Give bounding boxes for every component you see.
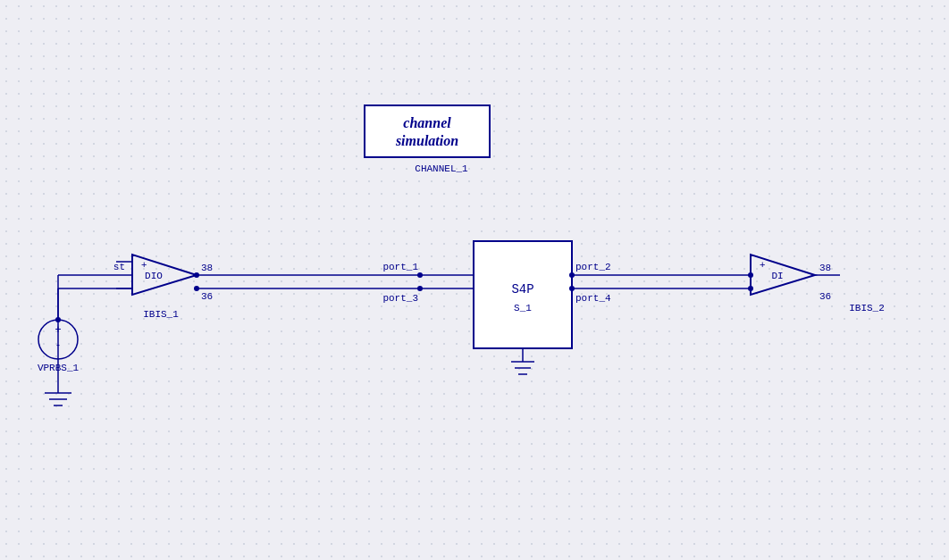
svg-point-39 xyxy=(748,272,753,278)
channel-title-line1: channel xyxy=(403,115,451,130)
svg-point-35 xyxy=(569,272,575,278)
port3-label: port_3 xyxy=(382,293,418,304)
schematic-canvas: channel simulation CHANNEL_1 + - VPRBS_1… xyxy=(0,0,949,560)
port2-label: port_2 xyxy=(575,262,611,272)
ibis1-type: DIO xyxy=(145,271,163,281)
ibis2-pin-top: 38 xyxy=(819,263,831,273)
ibis1-pin-bot: 36 xyxy=(201,291,213,302)
ibis2-pin-bot: 36 xyxy=(819,291,831,302)
svg-text:+: + xyxy=(55,323,61,336)
port1-label: port_1 xyxy=(382,262,418,272)
svg-point-33 xyxy=(417,286,423,291)
svg-rect-3 xyxy=(365,105,490,157)
ibis1-plus: + xyxy=(141,259,147,270)
vsource-label: VPRBS_1 xyxy=(38,363,80,373)
svg-point-37 xyxy=(569,286,575,291)
svg-point-23 xyxy=(194,272,199,278)
svg-point-24 xyxy=(194,286,199,291)
ibis2-label: IBIS_2 xyxy=(849,303,885,313)
s4p-type: S4P xyxy=(511,282,533,297)
svg-point-31 xyxy=(417,272,423,278)
channel-label: CHANNEL_1 xyxy=(415,163,468,174)
s4p-instance: S_1 xyxy=(514,303,532,313)
ibis1-pin-top: 38 xyxy=(201,263,213,273)
ibis2-plus: + xyxy=(760,259,765,270)
port4-label: port_4 xyxy=(575,293,611,304)
ibis2-type: DI xyxy=(771,271,783,281)
svg-text:-: - xyxy=(56,339,60,351)
ibis1-label: IBIS_1 xyxy=(143,309,179,320)
st-label: st xyxy=(113,262,125,272)
channel-title-line2: simulation xyxy=(395,133,458,148)
